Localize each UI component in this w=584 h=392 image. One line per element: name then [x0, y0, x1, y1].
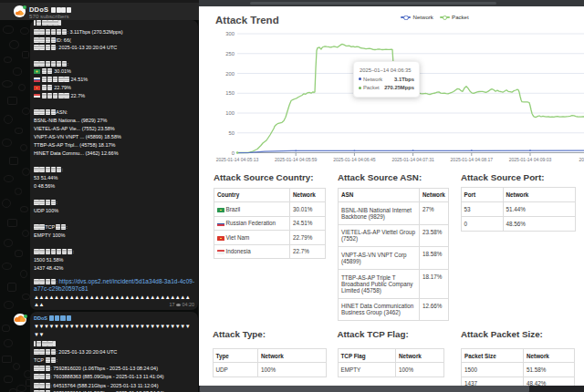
svg-text:2025-01-14 04:05:13: 2025-01-14 04:05:13 [216, 157, 259, 162]
svg-text:2025-01-14 04:05:59: 2025-01-14 04:05:59 [275, 157, 318, 162]
svg-text:150: 150 [225, 90, 235, 96]
svg-text:2025-01-14 04:08:17: 2025-01-14 04:08:17 [451, 157, 494, 162]
svg-text:250: 250 [225, 51, 235, 57]
svg-text:100: 100 [225, 110, 235, 116]
svg-text:0: 0 [232, 150, 235, 156]
svg-text:50: 50 [229, 130, 235, 136]
svg-text:20: 20 [579, 157, 584, 162]
svg-text:2025-01-14 04:09:03: 2025-01-14 04:09:03 [509, 157, 552, 162]
svg-text:2025-01-14 04:06:45: 2025-01-14 04:06:45 [333, 157, 376, 162]
svg-text:300: 300 [225, 31, 235, 36]
svg-text:2025-01-14 04:07:31: 2025-01-14 04:07:31 [391, 157, 434, 162]
svg-text:200: 200 [225, 71, 235, 77]
